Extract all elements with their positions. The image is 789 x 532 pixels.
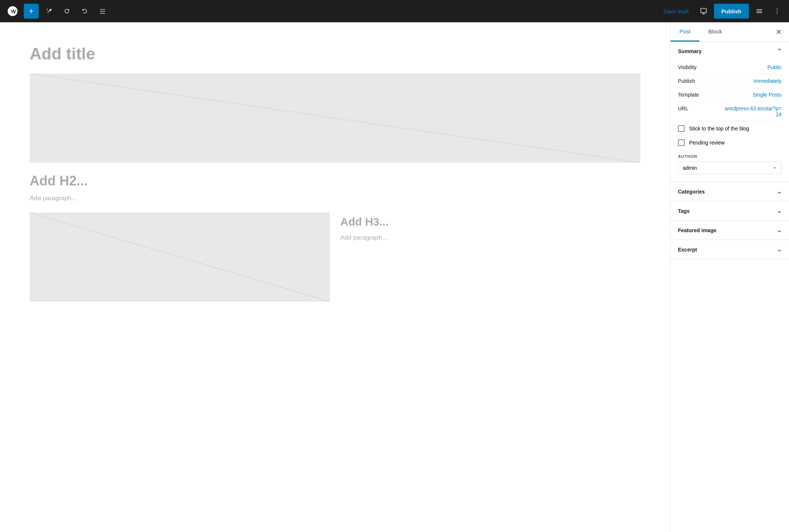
h3-placeholder[interactable]: Add H3...	[340, 215, 640, 228]
image-placeholder-1[interactable]	[30, 74, 640, 163]
svg-point-3	[777, 13, 778, 14]
url-label: URL	[678, 106, 688, 111]
categories-section-header[interactable]: Categories ⌄	[671, 182, 789, 201]
tags-label: Tags	[678, 208, 690, 214]
summary-label: Summary	[678, 48, 702, 54]
two-col-block: Add H3... Add paragraph...	[30, 213, 640, 302]
categories-section: Categories ⌄	[671, 182, 789, 201]
summary-content: Visibility Public Publish Immediately Te…	[671, 61, 789, 182]
visibility-value[interactable]: Public	[767, 64, 782, 70]
publish-row: Publish Immediately	[678, 74, 782, 88]
more-options-button[interactable]	[770, 4, 785, 19]
pending-review-label: Pending review	[689, 140, 725, 146]
tags-section: Tags ⌄	[671, 201, 789, 221]
publish-button[interactable]: Publish	[714, 4, 749, 19]
list-view-button[interactable]	[95, 4, 110, 19]
categories-chevron-down-icon: ⌄	[777, 188, 782, 195]
excerpt-chevron-down-icon: ⌄	[777, 246, 782, 253]
main-layout: Add title Add H2... Add paragraph... Add…	[0, 22, 789, 532]
pending-review-row[interactable]: Pending review	[678, 136, 782, 150]
summary-chevron-up-icon: ⌃	[777, 48, 782, 55]
summary-section: Summary ⌃ Visibility Public Publish Imme…	[671, 42, 789, 182]
url-value[interactable]: wordpress-63.kinsta/?p=24	[722, 106, 782, 117]
h2-placeholder[interactable]: Add H2...	[30, 173, 640, 189]
wp-logo[interactable]	[4, 3, 21, 19]
publish-value[interactable]: Immediately	[754, 78, 782, 84]
visibility-label: Visibility	[678, 64, 697, 70]
stick-top-label: Stick to the top of the blog	[689, 126, 749, 132]
template-label: Template	[678, 92, 699, 98]
excerpt-label: Excerpt	[678, 247, 697, 253]
stick-top-row[interactable]: Stick to the top of the blog	[678, 121, 782, 136]
template-value[interactable]: Single Posts	[753, 92, 782, 98]
tags-chevron-down-icon: ⌄	[777, 207, 782, 214]
categories-label: Categories	[678, 189, 705, 195]
text-column: Add H3... Add paragraph...	[340, 213, 640, 302]
summary-section-header[interactable]: Summary ⌃	[671, 42, 789, 61]
url-row: URL wordpress-63.kinsta/?p=24	[678, 102, 782, 121]
settings-button[interactable]	[752, 4, 767, 19]
tags-section-header[interactable]: Tags ⌄	[671, 201, 789, 220]
excerpt-section-header[interactable]: Excerpt ⌄	[671, 240, 789, 259]
excerpt-section: Excerpt ⌄	[671, 240, 789, 259]
topbar: + Save draft Publish	[0, 0, 789, 22]
sidebar-close-button[interactable]: ✕	[771, 25, 786, 39]
redo-button[interactable]	[77, 4, 92, 19]
tab-block[interactable]: Block	[699, 22, 731, 42]
svg-point-2	[777, 11, 778, 12]
visibility-row: Visibility Public	[678, 61, 782, 74]
editor-area: Add title Add H2... Add paragraph... Add…	[0, 22, 670, 532]
svg-point-1	[777, 9, 778, 10]
title-input[interactable]: Add title	[30, 45, 640, 63]
pending-review-checkbox[interactable]	[678, 139, 685, 146]
featured-image-section: Featured image ⌄	[671, 221, 789, 240]
featured-image-label: Featured image	[678, 227, 716, 233]
preview-button[interactable]	[696, 4, 711, 19]
paragraph-placeholder-2[interactable]: Add paragraph...	[340, 234, 640, 241]
publish-label: Publish	[678, 78, 695, 84]
paragraph-placeholder-1[interactable]: Add paragraph...	[30, 195, 640, 202]
svg-rect-0	[701, 9, 706, 13]
author-select[interactable]: admin	[678, 162, 782, 174]
add-block-button[interactable]: +	[24, 4, 39, 19]
sidebar-tabs: Post Block ✕	[671, 22, 789, 42]
stick-top-checkbox[interactable]	[678, 125, 685, 132]
template-row: Template Single Posts	[678, 88, 782, 102]
featured-image-chevron-down-icon: ⌄	[777, 227, 782, 234]
image-placeholder-2[interactable]	[30, 213, 330, 302]
undo-button[interactable]	[59, 4, 74, 19]
save-draft-button[interactable]: Save draft	[659, 5, 693, 17]
sidebar: Post Block ✕ Summary ⌃ Visibility Public…	[670, 22, 789, 532]
author-section-label: AUTHOR	[678, 154, 782, 159]
tools-button[interactable]	[42, 4, 56, 19]
tab-post[interactable]: Post	[671, 22, 699, 42]
featured-image-section-header[interactable]: Featured image ⌄	[671, 221, 789, 240]
